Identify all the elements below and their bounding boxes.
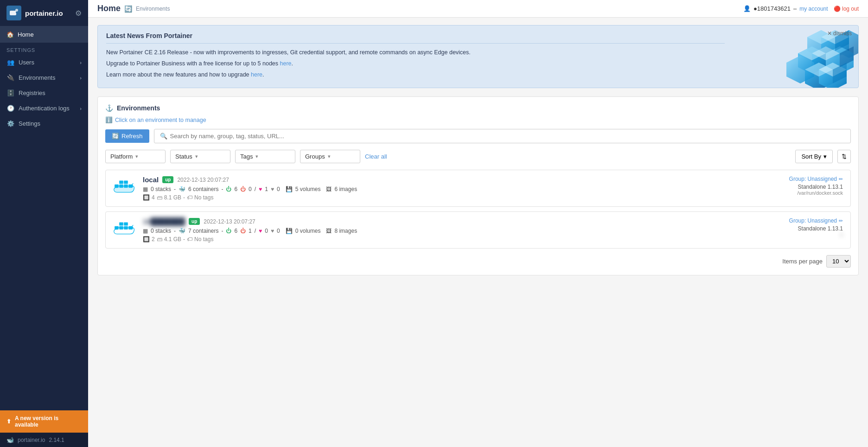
auth-logs-icon: 🕐 — [6, 105, 15, 112]
svg-rect-24 — [119, 181, 123, 184]
separator2: - — [221, 186, 223, 192]
images-icon2: 🖼 — [326, 228, 332, 234]
env-card-env2[interactable]: 10███████ up 2022-12-13 20:07:27 ▦ 0 sta… — [105, 211, 851, 249]
stopped-icon2: ⏻ — [240, 228, 246, 234]
healthy-icon2: ♥ — [259, 228, 262, 234]
pagination-row: Items per page 10 25 50 — [105, 255, 851, 268]
topbar-refresh-icon[interactable]: 🔄 — [124, 5, 132, 13]
dismiss-button[interactable]: ✕ dismiss — [827, 30, 852, 37]
tags-value2: No tags — [194, 236, 213, 243]
sidebar-item-auth-logs[interactable]: 🕐 Authentication logs › — [0, 101, 88, 116]
svg-point-1 — [15, 9, 18, 12]
healthy-icon: ♥ — [259, 186, 262, 192]
stacks-value2: 0 stacks — [151, 228, 171, 234]
sidebar-home-label: Home — [18, 31, 34, 38]
refresh-button[interactable]: 🔄 Refresh — [105, 129, 149, 143]
running-icon2: ⏻ — [226, 228, 231, 234]
healthy-value2: 0 — [265, 228, 268, 234]
sidebar-home-item[interactable]: 🏠 Home — [0, 26, 88, 43]
env-name-row-local: local up 2022-12-13 20:07:27 — [143, 176, 734, 184]
version-brand: portainer.io — [18, 437, 45, 443]
items-per-page-select[interactable]: 10 25 50 — [826, 255, 851, 268]
sidebar-logo[interactable]: portainer.io ⚙ — [0, 0, 88, 26]
portainer-small-logo: 🐋 — [6, 436, 14, 443]
auth-logs-chevron-icon: › — [80, 106, 82, 111]
page-title: Home — [97, 4, 121, 13]
platform-filter[interactable]: Platform ▾ — [105, 150, 166, 163]
sidebar-item-users[interactable]: 👥 Users › — [0, 55, 88, 70]
docker-icon-local — [113, 178, 136, 201]
env-socket-env2: 1 — [741, 232, 843, 237]
separator: - — [174, 228, 176, 234]
env-tags-env2: 🔲 2 🗃 4.1 GB - 🏷 No tags — [143, 236, 734, 243]
sort-by-button[interactable]: Sort By ▾ — [795, 150, 833, 163]
sidebar-item-environments-label: Environments — [19, 74, 55, 81]
sort-order-button[interactable]: ⇅ — [837, 150, 851, 163]
sidebar-item-registries[interactable]: 🗄️ Registries — [0, 85, 88, 101]
tags-filter[interactable]: Tags ▾ — [235, 150, 295, 163]
unhealthy-value: 0 — [277, 186, 280, 192]
stacks-icon2: ▦ — [143, 228, 148, 234]
sidebar-item-registries-label: Registries — [19, 89, 45, 96]
environment-list: local up 2022-12-13 20:07:27 ▦ 0 stacks … — [105, 170, 851, 249]
sidebar-item-environments[interactable]: 🔌 Environments › — [0, 70, 88, 85]
env-status-badge-env2: up — [189, 218, 200, 225]
sidebar-settings-icon[interactable]: ⚙ — [75, 9, 82, 18]
search-box[interactable]: 🔍 — [154, 129, 851, 143]
images-value2: 8 images — [334, 228, 357, 234]
env-meta-env2: Group: Unassigned ✏ Standalone 1.13.1 1 — [741, 217, 843, 237]
environments-title: ⚓ Environments — [105, 104, 851, 112]
separator: – — [793, 5, 797, 12]
environments-icon: 🔌 — [6, 74, 15, 81]
env-meta-local: Group: Unassigned ✏ Standalone 1.13.1 /v… — [741, 176, 843, 196]
clear-all-button[interactable]: Clear all — [365, 153, 387, 160]
news-banner: Latest News From Portainer New Portainer… — [97, 25, 859, 88]
env-card-local[interactable]: local up 2022-12-13 20:07:27 ▦ 0 stacks … — [105, 170, 851, 207]
tag-icon: 🏷 — [187, 194, 192, 201]
stacks-value: 0 stacks — [151, 186, 171, 192]
docker-icon-env2 — [113, 219, 136, 243]
info-icon: ℹ️ — [105, 116, 113, 123]
news-line3: Learn more about the new features and ho… — [106, 70, 725, 79]
env-group-env2[interactable]: Group: Unassigned ✏ — [741, 217, 843, 224]
users-chevron-icon: › — [80, 60, 82, 65]
env-name-row-env2: 10███████ up 2022-12-13 20:07:27 — [143, 217, 734, 225]
stopped-value: 0 — [249, 186, 252, 192]
separator: - — [183, 236, 185, 243]
images-value: 6 images — [334, 186, 357, 192]
containers-value2: 7 containers — [188, 228, 218, 234]
my-account-link[interactable]: my account — [799, 6, 828, 12]
refresh-icon: 🔄 — [112, 133, 119, 140]
healthy-value: 1 — [265, 186, 268, 192]
unhealthy-value2: 0 — [277, 228, 280, 234]
stopped-icon: ⏻ — [240, 186, 246, 192]
cpu-value: 4 — [152, 194, 155, 201]
sidebar-item-settings[interactable]: ⚙️ Settings — [0, 116, 88, 131]
new-version-banner[interactable]: ⬆ A new version is available — [0, 410, 88, 433]
news-link2[interactable]: here — [251, 71, 262, 78]
upload-icon: ⬆ — [6, 418, 11, 425]
platform-chevron-icon: ▾ — [135, 153, 138, 160]
groups-filter-label: Groups — [305, 153, 325, 160]
logout-link[interactable]: 🔴 log out — [834, 6, 859, 12]
status-filter[interactable]: Status ▾ — [170, 150, 230, 163]
search-input[interactable] — [170, 133, 845, 140]
svg-rect-25 — [124, 181, 128, 184]
content-area: Latest News From Portainer New Portainer… — [88, 18, 868, 447]
status-filter-label: Status — [175, 153, 192, 160]
new-version-label: A new version is available — [15, 415, 82, 428]
topbar: Home 🔄 Environments 👤 ●1801743621 – my a… — [88, 0, 868, 18]
env-standalone-local: Standalone 1.13.1 — [741, 184, 843, 190]
users-icon: 👥 — [6, 59, 15, 66]
news-line1: New Portainer CE 2.16 Release - now with… — [106, 48, 725, 57]
groups-filter[interactable]: Groups ▾ — [300, 150, 360, 163]
sort-by-label: Sort By — [801, 153, 821, 160]
env-standalone-env2: Standalone 1.13.1 — [741, 225, 843, 232]
svg-rect-0 — [10, 11, 16, 15]
home-icon: 🏠 — [6, 31, 14, 38]
sort-order-icon: ⇅ — [842, 153, 847, 160]
env-group-local[interactable]: Group: Unassigned ✏ — [741, 176, 843, 182]
images-icon: 🖼 — [326, 186, 332, 192]
news-link1[interactable]: here — [280, 60, 292, 67]
cpu-icon: 🔲 — [143, 194, 150, 201]
